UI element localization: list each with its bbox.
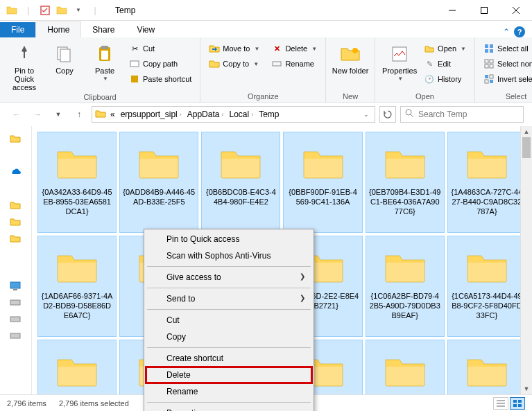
menu-cut[interactable]: Cut	[146, 312, 312, 329]
folder-item[interactable]: {1AD6AF66-9371-4AD2-BDB9-D58E86DE6A7C}	[37, 236, 117, 337]
rename-icon	[271, 58, 282, 69]
svg-rect-23	[485, 75, 488, 78]
search-input[interactable]: Search Temp	[400, 106, 524, 123]
cut-button[interactable]: ✂Cut	[126, 42, 194, 55]
qat-separator: |	[87, 3, 103, 18]
details-view-button[interactable]	[493, 397, 508, 410]
nav-drive-icon[interactable]	[10, 298, 22, 311]
menu-separator	[147, 347, 311, 348]
address-bar[interactable]: « erpsupport_sipl› AppData› Local› Temp …	[92, 106, 375, 123]
help-icon[interactable]: ?	[514, 26, 525, 37]
folder-icon	[54, 3, 69, 18]
history-button[interactable]: 🕑History	[421, 72, 469, 86]
folder-icon	[218, 145, 263, 181]
nav-folder-icon[interactable]	[10, 233, 22, 245]
maximize-button[interactable]	[468, 0, 500, 21]
folder-item[interactable]	[37, 340, 117, 394]
paste-button[interactable]: Paste▼	[86, 40, 123, 82]
tab-share[interactable]: Share	[81, 22, 126, 37]
qat-separator: |	[21, 3, 36, 18]
icons-view-button[interactable]	[510, 397, 525, 410]
svg-rect-32	[10, 317, 20, 322]
copy-button[interactable]: Copy	[46, 40, 83, 75]
copy-path-button[interactable]: Copy path	[126, 57, 194, 71]
select-none-button[interactable]: Select none	[481, 57, 532, 71]
folder-item[interactable]: {1A4863CA-727C-4427-B440-C9AD8C32787A}	[447, 132, 526, 233]
folder-icon	[55, 353, 99, 389]
qat-dropdown-icon[interactable]: ▼	[71, 3, 86, 18]
rename-button[interactable]: Rename	[268, 57, 320, 71]
folder-icon	[301, 145, 345, 181]
close-button[interactable]	[500, 0, 532, 21]
invert-selection-button[interactable]: Invert selection	[481, 72, 532, 86]
folder-item[interactable]: {0A342A33-64D9-45EB-8955-03EA6581DCA1}	[37, 132, 117, 233]
folder-item[interactable]: {0B6BDC0B-E4C3-44B4-980F-E4E2	[201, 132, 280, 233]
folder-item[interactable]: {1C6A5173-44D4-49B8-9CF2-5F8D40FD33FC}	[447, 236, 526, 337]
folder-name: {0EB709B4-E3D1-49C1-BE64-036A7A9077C6}	[369, 188, 441, 216]
up-button[interactable]: ↑	[71, 106, 87, 123]
open-button[interactable]: Open▼	[421, 42, 469, 55]
vertical-scrollbar[interactable]: ▲ ▼	[520, 126, 532, 394]
scroll-up-icon[interactable]: ▲	[521, 126, 532, 137]
folder-item[interactable]: {0BBF90DF-91EB-4569-9C41-136A	[283, 132, 362, 233]
nav-onedrive-icon[interactable]	[10, 166, 22, 179]
recent-dropdown[interactable]: ▼	[50, 106, 67, 123]
tab-home[interactable]: Home	[35, 21, 81, 37]
delete-button[interactable]: ✕Delete▼	[268, 42, 320, 55]
menu-properties[interactable]: Properties	[146, 405, 312, 411]
folder-item[interactable]	[447, 340, 526, 394]
refresh-button[interactable]	[379, 106, 396, 123]
nav-drive-icon[interactable]	[10, 315, 22, 327]
nav-folder-icon[interactable]	[10, 200, 22, 212]
scroll-down-icon[interactable]: ▼	[521, 383, 532, 394]
breadcrumb-item[interactable]: AppData›	[186, 110, 225, 119]
menu-delete[interactable]: Delete	[146, 367, 312, 383]
paste-shortcut-button[interactable]: Paste shortcut	[126, 72, 194, 86]
menu-give-access-to[interactable]: Give access to	[146, 269, 312, 286]
back-button[interactable]: ←	[8, 106, 25, 123]
label: Paste	[95, 67, 114, 75]
breadcrumb-item[interactable]: Temp	[257, 110, 280, 119]
nav-thispc-icon[interactable]	[10, 281, 22, 294]
svg-rect-26	[490, 80, 493, 83]
nav-drive-icon[interactable]	[10, 331, 22, 344]
svg-rect-12	[273, 62, 281, 66]
svg-rect-24	[490, 75, 493, 78]
navigation-pane[interactable]	[0, 126, 32, 394]
menu-copy[interactable]: Copy	[146, 329, 312, 345]
menu-create-shortcut[interactable]: Create shortcut	[146, 350, 312, 367]
breadcrumb-prefix[interactable]: «	[109, 110, 117, 119]
folder-item[interactable]: {0EB709B4-E3D1-49C1-BE64-036A7A9077C6}	[366, 132, 445, 233]
pin-to-quick-access-button[interactable]: Pin to Quick access	[6, 40, 43, 91]
new-folder-button[interactable]: New folder	[332, 40, 369, 75]
qat-properties-icon[interactable]	[37, 3, 53, 18]
svg-rect-6	[60, 49, 70, 62]
forward-button[interactable]: →	[29, 106, 46, 123]
collapse-ribbon-icon[interactable]: ⌃	[503, 27, 510, 37]
folder-icon	[383, 353, 427, 389]
nav-folder-icon[interactable]	[10, 216, 22, 229]
folder-item[interactable]	[366, 340, 445, 394]
minimize-button[interactable]	[436, 0, 468, 21]
tab-view[interactable]: View	[126, 22, 166, 37]
nav-folder-icon[interactable]	[10, 133, 22, 146]
copy-to-button[interactable]: Copy to▼	[206, 57, 262, 71]
select-all-button[interactable]: Select all	[481, 42, 532, 55]
breadcrumb-item[interactable]: Local›	[228, 110, 255, 119]
folder-item[interactable]: {0ADD84B9-A446-45AD-B33E-25F5	[119, 132, 198, 233]
menu-scan-antivirus[interactable]: Scan with Sophos Anti-Virus	[146, 247, 312, 264]
breadcrumb-item[interactable]: erpsupport_sipl›	[119, 110, 183, 119]
move-to-button[interactable]: Move to▼	[206, 42, 262, 55]
address-dropdown-icon[interactable]: ⌄	[363, 111, 372, 118]
scroll-thumb[interactable]	[522, 137, 531, 158]
properties-button[interactable]: Properties▼	[381, 40, 418, 82]
menu-rename[interactable]: Rename	[146, 383, 312, 400]
label: Delete	[285, 44, 307, 53]
svg-rect-11	[131, 76, 138, 82]
menu-send-to[interactable]: Send to	[146, 290, 312, 307]
edit-button[interactable]: ✎Edit	[421, 57, 469, 71]
folder-item[interactable]: {1C06A2BF-BD79-42B5-A90D-79D0DB3B9EAF}	[366, 236, 445, 337]
menu-separator	[147, 288, 311, 288]
tab-file[interactable]: File	[0, 22, 35, 37]
menu-pin-to-quick-access[interactable]: Pin to Quick access	[146, 231, 312, 247]
